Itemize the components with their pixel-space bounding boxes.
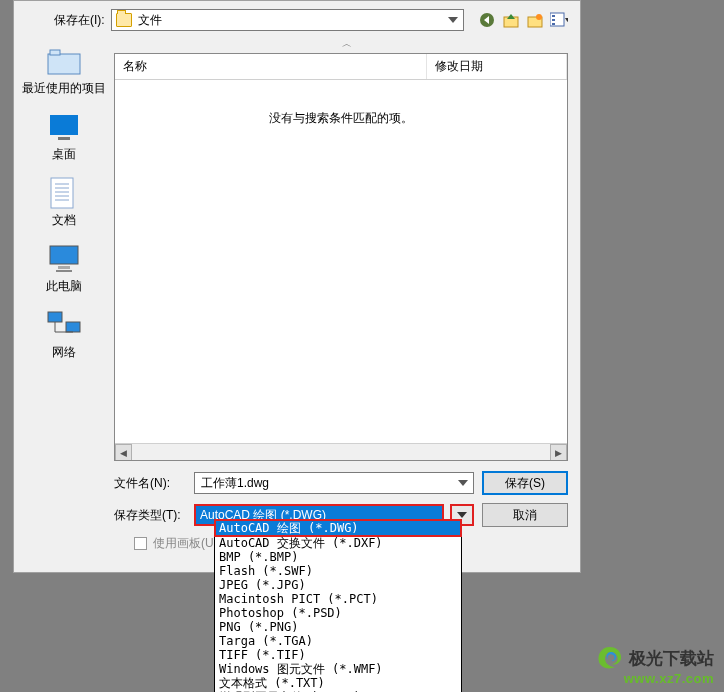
svg-rect-8: [552, 15, 555, 17]
save-in-label: 保存在(I):: [54, 12, 105, 29]
svg-point-6: [536, 14, 542, 20]
location-bar: 保存在(I): 文件: [14, 1, 580, 35]
sidebar-item-label: 桌面: [52, 146, 76, 163]
sidebar-item-recent[interactable]: 最近使用的项目: [22, 45, 106, 97]
filetype-option[interactable]: Windows 图元文件 (*.WMF): [215, 662, 461, 676]
watermark: 极光下载站 www.xz7.com: [595, 645, 714, 686]
filename-input[interactable]: 工作薄1.dwg: [194, 472, 474, 494]
watermark-url: www.xz7.com: [595, 671, 714, 686]
sidebar-item-desktop[interactable]: 桌面: [45, 111, 83, 163]
sort-indicator: ︿: [114, 35, 580, 53]
folder-icon: [116, 13, 132, 27]
filetype-option[interactable]: PNG (*.PNG): [215, 620, 461, 634]
up-icon[interactable]: [502, 11, 520, 29]
location-value: 文件: [138, 12, 162, 29]
filetype-label: 保存类型(T):: [114, 507, 186, 524]
svg-rect-22: [50, 246, 78, 264]
filetype-option[interactable]: Photoshop (*.PSD): [215, 606, 461, 620]
svg-rect-23: [58, 266, 70, 269]
places-sidebar: 最近使用的项目 桌面 文档 此电脑: [14, 35, 114, 461]
sidebar-item-label: 网络: [52, 344, 76, 361]
watermark-text: 极光下载站: [629, 647, 714, 670]
svg-rect-9: [552, 19, 555, 21]
file-list[interactable]: 名称 修改日期 没有与搜索条件匹配的项。 ◀ ▶: [114, 53, 568, 461]
svg-marker-29: [458, 480, 468, 486]
svg-rect-14: [50, 115, 78, 135]
filetype-option[interactable]: 文本格式 (*.TXT): [215, 676, 461, 690]
desktop-icon: [45, 111, 83, 143]
sidebar-item-computer[interactable]: 此电脑: [45, 243, 83, 295]
use-artboard-checkbox[interactable]: [134, 537, 147, 550]
svg-rect-15: [58, 137, 70, 140]
views-icon[interactable]: [550, 11, 568, 29]
sidebar-item-label: 文档: [52, 212, 76, 229]
computer-icon: [45, 243, 83, 275]
svg-rect-10: [552, 23, 555, 25]
watermark-logo-icon: [595, 645, 625, 671]
scroll-right-icon[interactable]: ▶: [550, 444, 567, 461]
svg-rect-13: [50, 50, 60, 55]
network-icon: [45, 309, 83, 341]
sidebar-item-documents[interactable]: 文档: [45, 177, 83, 229]
save-button[interactable]: 保存(S): [482, 471, 568, 495]
filetype-option[interactable]: JPEG (*.JPG): [215, 578, 461, 592]
sidebar-item-label: 此电脑: [46, 278, 82, 295]
filetype-option[interactable]: AutoCAD 绘图 (*.DWG): [214, 519, 462, 537]
toolbar-icons: [470, 11, 568, 29]
documents-icon: [45, 177, 83, 209]
horizontal-scrollbar[interactable]: ◀ ▶: [115, 443, 567, 460]
sidebar-item-network[interactable]: 网络: [45, 309, 83, 361]
filetype-option[interactable]: BMP (*.BMP): [215, 550, 461, 564]
filetype-option[interactable]: Macintosh PICT (*.PCT): [215, 592, 461, 606]
empty-message: 没有与搜索条件匹配的项。: [115, 80, 567, 157]
svg-marker-30: [457, 512, 467, 518]
location-dropdown[interactable]: 文件: [111, 9, 464, 31]
svg-marker-0: [448, 17, 458, 23]
file-list-header: 名称 修改日期: [115, 54, 567, 80]
svg-rect-12: [48, 54, 80, 74]
back-icon[interactable]: [478, 11, 496, 29]
use-artboard-label: 使用画板(U): [153, 535, 218, 552]
chevron-down-icon[interactable]: [445, 12, 461, 28]
svg-rect-26: [66, 322, 80, 332]
svg-rect-25: [48, 312, 62, 322]
column-name[interactable]: 名称: [115, 54, 427, 79]
cancel-button[interactable]: 取消: [482, 503, 568, 527]
recent-icon: [45, 45, 83, 77]
filetype-option[interactable]: Flash (*.SWF): [215, 564, 461, 578]
chevron-down-icon[interactable]: [455, 475, 471, 491]
scroll-left-icon[interactable]: ◀: [115, 444, 132, 461]
svg-marker-11: [565, 18, 568, 22]
svg-rect-24: [56, 270, 72, 272]
new-folder-icon[interactable]: [526, 11, 544, 29]
column-date[interactable]: 修改日期: [427, 54, 567, 79]
save-dialog: 保存在(I): 文件: [13, 0, 581, 573]
filename-label: 文件名(N):: [114, 475, 186, 492]
sidebar-item-label: 最近使用的项目: [22, 80, 106, 97]
filetype-options-list[interactable]: AutoCAD 绘图 (*.DWG)AutoCAD 交换文件 (*.DXF)BM…: [214, 519, 462, 692]
filetype-option[interactable]: AutoCAD 交换文件 (*.DXF): [215, 536, 461, 550]
svg-rect-16: [51, 178, 73, 208]
filetype-option[interactable]: TIFF (*.TIF): [215, 648, 461, 662]
filetype-option[interactable]: Targa (*.TGA): [215, 634, 461, 648]
